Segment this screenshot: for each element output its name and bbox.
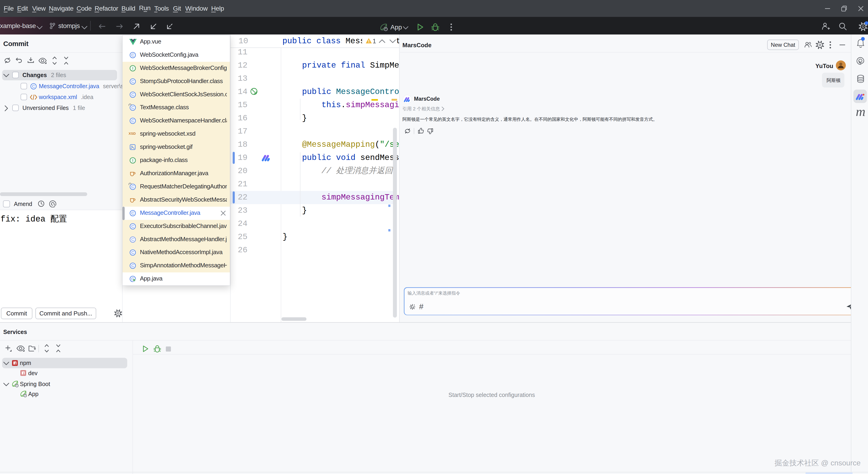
- svg-text:C: C: [131, 224, 134, 229]
- svg-text:C: C: [131, 263, 134, 268]
- svg-text:I: I: [132, 66, 133, 70]
- svg-text:C: C: [32, 84, 35, 89]
- svg-text:C: C: [131, 211, 134, 215]
- svg-text:C: C: [131, 237, 134, 242]
- svg-text:C: C: [131, 53, 134, 57]
- svg-text:I: I: [132, 158, 133, 163]
- svg-text:C: C: [131, 119, 134, 123]
- svg-text:C: C: [131, 92, 134, 97]
- svg-text:C: C: [131, 250, 134, 255]
- svg-text:C: C: [131, 79, 134, 84]
